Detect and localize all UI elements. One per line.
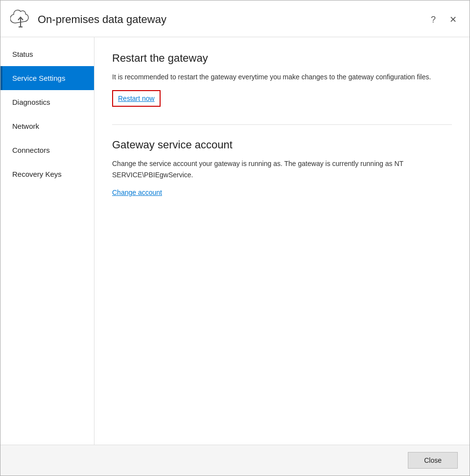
sidebar-item-connectors[interactable]: Connectors	[0, 138, 94, 162]
account-section: Gateway service account Change the servi…	[112, 139, 452, 197]
change-account-button[interactable]: Change account	[112, 189, 162, 196]
content-area: Status Service Settings Diagnostics Netw…	[0, 37, 470, 445]
help-button[interactable]: ?	[428, 13, 439, 27]
sidebar-item-service-settings[interactable]: Service Settings	[0, 66, 94, 90]
app-title: On-premises data gateway	[38, 13, 428, 26]
app-window: On-premises data gateway ? ✕ Status Serv…	[0, 0, 470, 476]
sidebar-item-recovery-keys[interactable]: Recovery Keys	[0, 162, 94, 186]
title-bar: On-premises data gateway ? ✕	[0, 0, 470, 37]
section-divider	[112, 124, 452, 125]
sidebar-item-diagnostics[interactable]: Diagnostics	[0, 90, 94, 114]
restart-link-border: Restart now	[112, 90, 161, 107]
restart-section-title: Restart the gateway	[112, 52, 452, 65]
account-section-title: Gateway service account	[112, 139, 452, 151]
close-button[interactable]: Close	[408, 452, 458, 469]
restart-section-desc: It is recommended to restart the gateway…	[112, 71, 445, 82]
sidebar-item-status[interactable]: Status	[0, 42, 94, 66]
restart-now-button[interactable]: Restart now	[118, 95, 155, 102]
restart-section: Restart the gateway It is recommended to…	[112, 52, 452, 107]
account-section-desc: Change the service account your gateway …	[112, 158, 445, 180]
close-window-button[interactable]: ✕	[446, 12, 460, 27]
sidebar: Status Service Settings Diagnostics Netw…	[0, 37, 94, 445]
app-icon	[10, 9, 31, 30]
title-actions: ? ✕	[428, 12, 460, 27]
footer: Close	[0, 445, 470, 476]
main-content: Restart the gateway It is recommended to…	[94, 37, 470, 445]
sidebar-item-network[interactable]: Network	[0, 114, 94, 138]
